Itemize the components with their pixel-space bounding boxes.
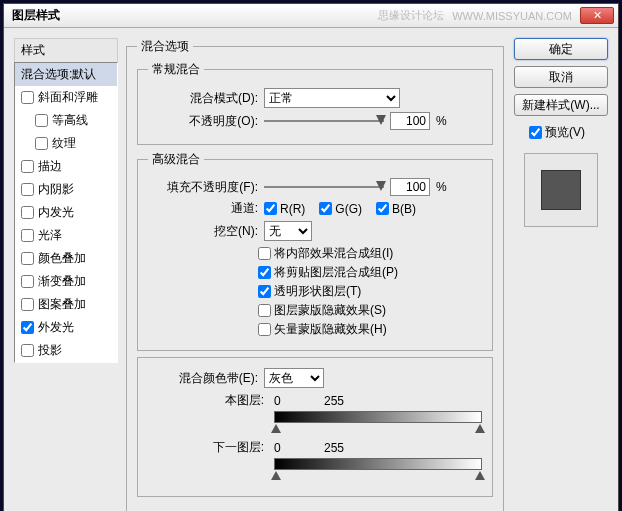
style-item-checkbox[interactable]	[21, 206, 34, 219]
style-item-label: 光泽	[38, 227, 62, 244]
style-item-label: 外发光	[38, 319, 74, 336]
next-layer-gradient[interactable]	[274, 458, 482, 470]
fill-opacity-label: 填充不透明度(F):	[148, 179, 258, 196]
new-style-button[interactable]: 新建样式(W)...	[514, 94, 608, 116]
channel-b-checkbox[interactable]: B(B)	[376, 202, 416, 216]
opacity-slider[interactable]	[264, 114, 384, 128]
fill-opacity-slider[interactable]	[264, 180, 384, 194]
blend-options-legend: 混合选项	[137, 38, 193, 55]
style-list-item[interactable]: 纹理	[15, 132, 117, 155]
general-blend-legend: 常规混合	[148, 61, 204, 78]
next-layer-low: 0	[274, 441, 324, 455]
style-item-checkbox[interactable]	[35, 114, 48, 127]
advanced-option-checkbox[interactable]: 图层蒙版隐藏效果(S)	[258, 302, 482, 319]
style-list-item[interactable]: 投影	[15, 339, 117, 362]
advanced-option-checkbox[interactable]: 矢量蒙版隐藏效果(H)	[258, 321, 482, 338]
style-list-header: 样式	[14, 38, 118, 62]
cancel-button[interactable]: 取消	[514, 66, 608, 88]
percent-label: %	[436, 180, 447, 194]
advanced-option-checkbox[interactable]: 将内部效果混合成组(I)	[258, 245, 482, 262]
advanced-option-checkbox[interactable]: 将剪贴图层混合成组(P)	[258, 264, 482, 281]
opacity-input[interactable]	[390, 112, 430, 130]
style-list-item[interactable]: 斜面和浮雕	[15, 86, 117, 109]
preview-checkbox[interactable]: 预览(V)	[529, 124, 585, 141]
style-item-checkbox[interactable]	[21, 160, 34, 173]
blend-options-group: 混合选项 常规混合 混合模式(D): 正常 不透明度(O): %	[126, 38, 504, 511]
style-item-label: 等高线	[52, 112, 88, 129]
style-list-item[interactable]: 等高线	[15, 109, 117, 132]
style-item-label: 描边	[38, 158, 62, 175]
style-item-label: 纹理	[52, 135, 76, 152]
style-item-checkbox[interactable]	[21, 183, 34, 196]
style-item-checkbox[interactable]	[21, 229, 34, 242]
advanced-options-list: 将内部效果混合成组(I)将剪贴图层混合成组(P)透明形状图层(T)图层蒙版隐藏效…	[258, 245, 482, 338]
style-item-checkbox[interactable]	[35, 137, 48, 150]
blend-if-group: 混合颜色带(E): 灰色 本图层: 0 255 下一图层: 0 255	[137, 357, 493, 497]
close-button[interactable]: ✕	[580, 7, 614, 24]
general-blend-group: 常规混合 混合模式(D): 正常 不透明度(O): %	[137, 61, 493, 145]
this-layer-gradient[interactable]	[274, 411, 482, 423]
style-list-item[interactable]: 内发光	[15, 201, 117, 224]
style-item-label: 图案叠加	[38, 296, 86, 313]
style-list-item[interactable]: 混合选项:默认	[15, 63, 117, 86]
style-list-item[interactable]: 光泽	[15, 224, 117, 247]
style-item-label: 混合选项:默认	[21, 66, 96, 83]
style-item-label: 内发光	[38, 204, 74, 221]
style-list-item[interactable]: 内阴影	[15, 178, 117, 201]
style-list-item[interactable]: 渐变叠加	[15, 270, 117, 293]
style-item-label: 斜面和浮雕	[38, 89, 98, 106]
style-list[interactable]: 混合选项:默认斜面和浮雕等高线纹理描边内阴影内发光光泽颜色叠加渐变叠加图案叠加外…	[14, 62, 118, 363]
style-item-label: 投影	[38, 342, 62, 359]
preview-box	[524, 153, 598, 227]
style-list-item[interactable]: 图案叠加	[15, 293, 117, 316]
ok-button[interactable]: 确定	[514, 38, 608, 60]
style-item-label: 颜色叠加	[38, 250, 86, 267]
titlebar: 图层样式 思缘设计论坛 WWW.MISSYUAN.COM ✕	[4, 4, 618, 28]
channel-r-checkbox[interactable]: R(R)	[264, 202, 305, 216]
blend-if-label: 混合颜色带(E):	[148, 370, 258, 387]
style-item-checkbox[interactable]	[21, 275, 34, 288]
blend-mode-label: 混合模式(D):	[148, 90, 258, 107]
preview-swatch	[541, 170, 581, 210]
style-list-panel: 样式 混合选项:默认斜面和浮雕等高线纹理描边内阴影内发光光泽颜色叠加渐变叠加图案…	[14, 38, 118, 511]
style-item-checkbox[interactable]	[21, 91, 34, 104]
channel-g-checkbox[interactable]: G(G)	[319, 202, 362, 216]
blend-mode-select[interactable]: 正常	[264, 88, 400, 108]
style-item-checkbox[interactable]	[21, 298, 34, 311]
this-layer-label: 本图层:	[148, 392, 264, 409]
style-item-label: 内阴影	[38, 181, 74, 198]
blend-if-select[interactable]: 灰色	[264, 368, 324, 388]
dialog-title: 图层样式	[12, 7, 60, 24]
layer-style-dialog: 图层样式 思缘设计论坛 WWW.MISSYUAN.COM ✕ 样式 混合选项:默…	[3, 3, 619, 511]
style-item-checkbox[interactable]	[21, 344, 34, 357]
next-layer-high: 255	[324, 441, 344, 455]
style-item-checkbox[interactable]	[21, 321, 34, 334]
options-panel: 混合选项 常规混合 混合模式(D): 正常 不透明度(O): %	[126, 38, 504, 511]
channels-label: 通道:	[148, 200, 258, 217]
next-layer-label: 下一图层:	[148, 439, 264, 456]
advanced-blend-group: 高级混合 填充不透明度(F): % 通道: R(R) G(G) B(B)	[137, 151, 493, 351]
style-item-label: 渐变叠加	[38, 273, 86, 290]
advanced-option-checkbox[interactable]: 透明形状图层(T)	[258, 283, 482, 300]
this-layer-high: 255	[324, 394, 344, 408]
watermark-url: WWW.MISSYUAN.COM	[452, 10, 572, 22]
fill-opacity-input[interactable]	[390, 178, 430, 196]
knockout-label: 挖空(N):	[148, 223, 258, 240]
style-list-item[interactable]: 描边	[15, 155, 117, 178]
style-item-checkbox[interactable]	[21, 252, 34, 265]
style-list-item[interactable]: 外发光	[15, 316, 117, 339]
style-list-item[interactable]: 颜色叠加	[15, 247, 117, 270]
percent-label: %	[436, 114, 447, 128]
knockout-select[interactable]: 无	[264, 221, 312, 241]
this-layer-low: 0	[274, 394, 324, 408]
advanced-blend-legend: 高级混合	[148, 151, 204, 168]
watermark-text: 思缘设计论坛	[378, 8, 444, 23]
opacity-label: 不透明度(O):	[148, 113, 258, 130]
action-sidebar: 确定 取消 新建样式(W)... 预览(V)	[512, 38, 610, 511]
